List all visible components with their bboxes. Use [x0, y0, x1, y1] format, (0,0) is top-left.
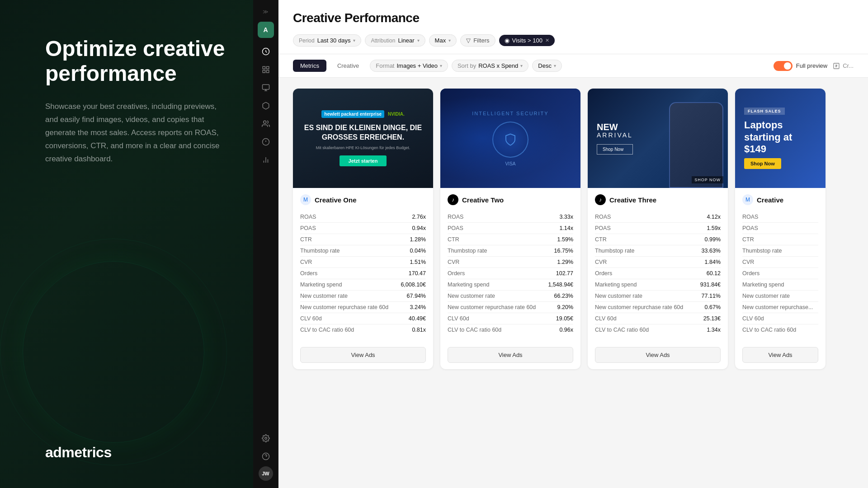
metric-row: CLV to CAC ratio 60d1.34x	[595, 324, 721, 336]
metric-value: 0.94x	[398, 223, 426, 234]
metric-row: Thumbstop rate0.04%	[300, 245, 426, 257]
filter-label: Filters	[473, 37, 489, 44]
ad-one-cta[interactable]: Jetzt starten	[340, 155, 387, 166]
full-preview-toggle[interactable]	[774, 61, 793, 71]
metric-label: POAS	[448, 223, 545, 234]
filter-visits-chip[interactable]: ◉ Visits > 100 ✕	[499, 35, 555, 46]
sidebar-icon-creatives[interactable]	[258, 80, 274, 96]
metric-label: New customer repurchase rate 60d	[300, 302, 398, 313]
metric-value: 1.59x	[697, 223, 721, 234]
metric-row: CTR0.99%	[595, 234, 721, 245]
sidebar-icon-products[interactable]	[258, 98, 274, 114]
sidebar-help-icon[interactable]	[258, 448, 274, 465]
metric-label: New customer rate	[742, 291, 818, 302]
metric-value: 102.77	[545, 268, 573, 279]
creatives-grid: hewlett packard enterprise NVIDIA. ES SI…	[293, 89, 854, 369]
metric-row: CLV 60d25.13€	[595, 313, 721, 324]
sidebar-settings-icon[interactable]	[258, 430, 274, 446]
sort-value: ROAS x Spend	[478, 62, 518, 69]
cr-toggle[interactable]: Cr...	[833, 62, 854, 70]
sidebar-icon-users[interactable]	[258, 116, 274, 132]
metric-row: CLV to CAC ratio 60d0.96x	[448, 324, 573, 336]
svg-rect-4	[266, 70, 269, 73]
creative-card-four: FLASH SALES Laptops starting at $149 Sho…	[735, 89, 826, 369]
metric-label: POAS	[742, 223, 818, 234]
metric-row: New customer repurchase rate 60d9.20%	[448, 302, 573, 313]
metric-value: 1,548.94€	[545, 279, 573, 291]
user-avatar[interactable]: JW	[259, 466, 273, 481]
ad-three-shop-now[interactable]: Shop Now	[597, 144, 633, 155]
view-ads-button-four[interactable]: View Ads	[742, 347, 818, 363]
metric-row: Orders102.77	[448, 268, 573, 279]
filter-period-label: Period	[299, 38, 315, 44]
view-ads-button-two[interactable]: View Ads	[448, 347, 573, 363]
metric-value: 6,008.10€	[398, 279, 426, 291]
filter-attribution-value: Linear	[398, 37, 414, 44]
sidebar-icon-analytics[interactable]	[258, 61, 274, 78]
sidebar-icon-attribution[interactable]	[258, 134, 274, 150]
ad-three-arrival: ARRIVAL	[597, 131, 633, 139]
creative-name-row-three: ♪ Creative Three	[595, 194, 721, 205]
view-ads-button-one[interactable]: View Ads	[300, 347, 426, 363]
ad-three-phone-visual	[669, 102, 723, 188]
metric-label: Thumbstop rate	[300, 245, 398, 257]
tab-metrics[interactable]: Metrics	[293, 60, 326, 72]
sidebar-expand-icon[interactable]: ≫	[258, 7, 274, 16]
svg-rect-3	[263, 70, 265, 73]
full-preview-toggle-container: Full preview	[774, 61, 827, 71]
metric-row: CTR	[742, 234, 818, 245]
flash-sales-cta[interactable]: Shop Now	[744, 158, 781, 169]
metric-value: 0.99%	[697, 234, 721, 245]
metric-row: CTR1.59%	[448, 234, 573, 245]
format-value: Images + Video	[396, 62, 437, 69]
filter-period[interactable]: Period Last 30 days ▾	[293, 34, 361, 47]
metric-value: 1.29%	[545, 257, 573, 268]
platform-icon-tiktok-two: ♪	[448, 194, 458, 205]
metric-row: New customer rate77.11%	[595, 291, 721, 302]
metric-value: 33.63%	[697, 245, 721, 257]
metric-label: Marketing spend	[300, 279, 398, 291]
filter-visits-close[interactable]: ✕	[545, 38, 549, 43]
filter-attribution-arrow: ▾	[417, 38, 420, 43]
filter-max[interactable]: Max ▾	[429, 34, 457, 47]
metric-label: ROAS	[300, 211, 398, 223]
hero-content: Optimize creative performance Showcase y…	[45, 36, 226, 166]
metric-label: New customer rate	[300, 291, 398, 302]
ad-one-subtext: Mit skalierbaren HPE KI-Lösungen für jed…	[316, 145, 410, 150]
tab-creative[interactable]: Creative	[330, 60, 366, 72]
platform-icon-tiktok-three: ♪	[595, 194, 606, 205]
hp-logo: hewlett packard enterprise	[321, 110, 384, 118]
creative-image-two: INTELLIGENT SECURITY VISA	[440, 89, 580, 188]
sidebar-icon-dashboard[interactable]	[258, 43, 274, 60]
metric-label: CLV to CAC ratio 60d	[300, 324, 398, 336]
metric-row: ROAS2.76x	[300, 211, 426, 223]
view-ads-button-three[interactable]: View Ads	[595, 347, 721, 363]
creative-name-four: Creative	[757, 196, 783, 204]
filter-attribution-label: Attribution	[371, 38, 395, 44]
creatives-container: hewlett packard enterprise NVIDIA. ES SI…	[278, 78, 868, 488]
sort-chip[interactable]: Sort by ROAS x Spend ▾	[452, 60, 528, 72]
order-chip[interactable]: Desc ▾	[532, 60, 562, 72]
svg-rect-5	[262, 84, 269, 89]
creative-card-three: NEW ARRIVAL Shop Now SHOP NOW ♪ Creative…	[588, 89, 728, 369]
ad-one-logos: hewlett packard enterprise NVIDIA.	[321, 110, 404, 118]
metric-value: 1.51%	[398, 257, 426, 268]
format-label: Format	[376, 62, 394, 69]
sidebar-icon-reports[interactable]	[258, 152, 274, 168]
metric-value: 2.76x	[398, 211, 426, 223]
metric-value: 66.23%	[545, 291, 573, 302]
creative-image-one: hewlett packard enterprise NVIDIA. ES SI…	[293, 89, 433, 188]
metric-row: Orders	[742, 268, 818, 279]
metric-row: CVR1.29%	[448, 257, 573, 268]
toolbar-right: Full preview Cr...	[774, 61, 854, 71]
format-chip[interactable]: Format Images + Video ▾	[370, 60, 448, 72]
metric-label: Orders	[595, 268, 697, 279]
sidebar-avatar[interactable]: A	[258, 22, 274, 38]
metric-label: Orders	[300, 268, 398, 279]
metric-label: Marketing spend	[595, 279, 697, 291]
creative-card-two: INTELLIGENT SECURITY VISA ♪ Creative Two	[440, 89, 580, 369]
filter-attribution[interactable]: Attribution Linear ▾	[365, 34, 425, 47]
ad-two-subtext: VISA	[505, 161, 516, 166]
filter-button[interactable]: ▽ Filters	[460, 34, 495, 47]
metric-label: CTR	[448, 234, 545, 245]
